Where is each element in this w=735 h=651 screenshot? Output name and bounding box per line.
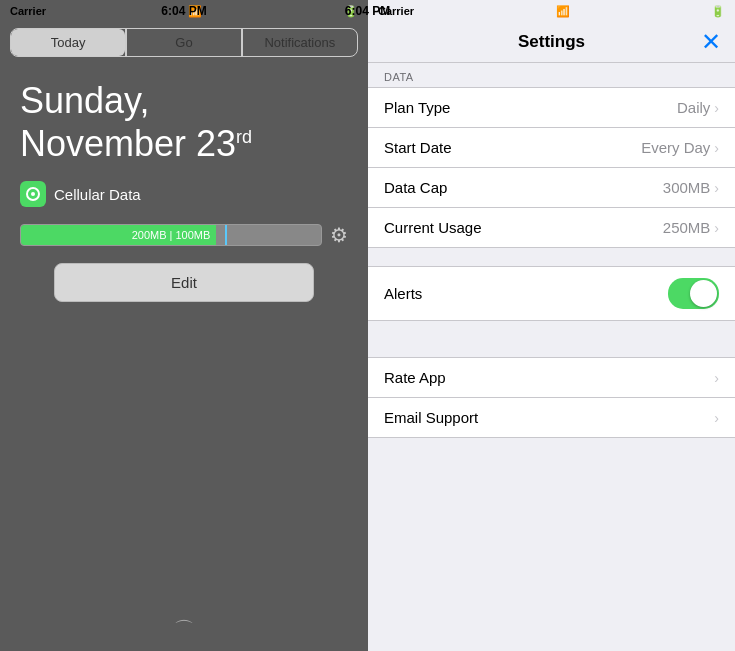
home-bar-icon: ⌒	[174, 618, 194, 640]
wifi-cellular-icon	[25, 186, 41, 202]
toggle-knob	[690, 280, 717, 307]
current-usage-row[interactable]: Current Usage 250MB ›	[368, 208, 735, 247]
date-heading: Sunday,November 23rd	[20, 79, 348, 165]
data-cap-chevron: ›	[714, 180, 719, 196]
data-bar-cursor	[225, 225, 227, 245]
settings-header: Settings ✕	[368, 22, 735, 63]
start-date-value: Every Day ›	[641, 139, 719, 156]
data-cap-label: Data Cap	[384, 179, 447, 196]
tab-go[interactable]: Go	[127, 29, 241, 56]
cellular-row: Cellular Data	[20, 181, 348, 207]
main-content: Sunday,November 23rd Cellular Data 200MB…	[0, 63, 368, 608]
data-section-header: DATA	[368, 63, 735, 87]
spacer-2	[368, 321, 735, 339]
plan-type-value: Daily ›	[677, 99, 719, 116]
right-panel: Carrier 📶 6:04 PM 🔋 Settings ✕ DATA Plan…	[368, 0, 735, 651]
rate-app-row[interactable]: Rate App ›	[368, 358, 735, 398]
cellular-label: Cellular Data	[54, 186, 141, 203]
rate-app-value: ›	[714, 370, 719, 386]
rate-app-chevron: ›	[714, 370, 719, 386]
close-button[interactable]: ✕	[701, 30, 721, 54]
tab-bar: Today Go Notifications	[10, 28, 358, 57]
email-support-value: ›	[714, 410, 719, 426]
email-support-label: Email Support	[384, 409, 478, 426]
plan-type-row[interactable]: Plan Type Daily ›	[368, 88, 735, 128]
settings-title: Settings	[518, 32, 585, 52]
data-bar-label: 200MB | 100MB	[132, 229, 211, 241]
data-cap-value: 300MB ›	[663, 179, 719, 196]
alerts-label: Alerts	[384, 285, 422, 302]
svg-point-1	[31, 192, 35, 196]
start-date-row[interactable]: Start Date Every Day ›	[368, 128, 735, 168]
current-usage-chevron: ›	[714, 220, 719, 236]
time-right: 6:04 PM	[345, 4, 390, 18]
data-bar: 200MB | 100MB	[20, 224, 322, 246]
data-settings-group: Plan Type Daily › Start Date Every Day ›…	[368, 87, 735, 248]
cellular-icon	[20, 181, 46, 207]
battery-icon-right: 🔋	[711, 5, 725, 18]
current-usage-label: Current Usage	[384, 219, 482, 236]
edit-button[interactable]: Edit	[54, 263, 314, 302]
current-usage-value: 250MB ›	[663, 219, 719, 236]
gear-button[interactable]: ⚙	[330, 223, 348, 247]
alerts-row: Alerts	[368, 267, 735, 320]
status-bar-left: Carrier 📶 6:04 PM 🔋	[0, 0, 368, 22]
home-indicator: ⌒	[0, 608, 368, 651]
start-date-chevron: ›	[714, 140, 719, 156]
actions-group: Rate App › Email Support ›	[368, 357, 735, 438]
email-support-chevron: ›	[714, 410, 719, 426]
alerts-toggle[interactable]	[668, 278, 719, 309]
start-date-label: Start Date	[384, 139, 452, 156]
plan-type-label: Plan Type	[384, 99, 450, 116]
start-date-text: Every Day	[641, 139, 710, 156]
time-left: 6:04 PM	[161, 4, 206, 18]
alerts-group: Alerts	[368, 266, 735, 321]
carrier-left: Carrier	[10, 5, 46, 17]
plan-type-chevron: ›	[714, 100, 719, 116]
data-cap-row[interactable]: Data Cap 300MB ›	[368, 168, 735, 208]
status-bar-right: Carrier 📶 6:04 PM 🔋	[368, 0, 735, 22]
tab-today[interactable]: Today	[11, 29, 125, 56]
data-bar-row: 200MB | 100MB ⚙	[20, 223, 348, 247]
tab-notifications[interactable]: Notifications	[243, 29, 357, 56]
current-usage-text: 250MB	[663, 219, 711, 236]
data-cap-text: 300MB	[663, 179, 711, 196]
rate-app-label: Rate App	[384, 369, 446, 386]
wifi-icon-right: 📶	[556, 5, 570, 18]
spacer-1	[368, 248, 735, 266]
email-support-row[interactable]: Email Support ›	[368, 398, 735, 437]
left-panel: Carrier 📶 6:04 PM 🔋 Today Go Notificatio…	[0, 0, 368, 651]
plan-type-text: Daily	[677, 99, 710, 116]
